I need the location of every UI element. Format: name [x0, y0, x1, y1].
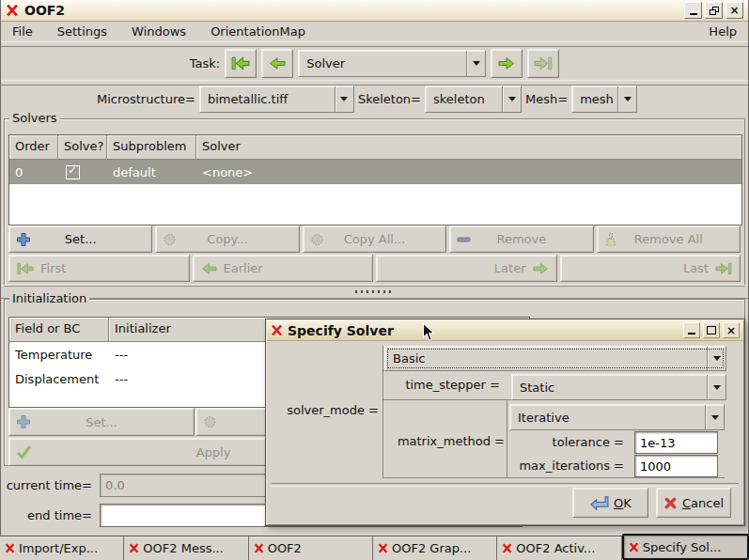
tolerance-field[interactable] — [634, 431, 718, 454]
dialog-close-button[interactable]: × — [723, 322, 740, 338]
copy-all-icon — [310, 232, 324, 246]
oof2-app-icon — [129, 543, 139, 553]
matrix-method-select[interactable]: Iterative — [509, 404, 725, 430]
skeleton-value: skeleton — [426, 92, 502, 106]
col-solve[interactable]: Solve? — [58, 135, 107, 160]
matrix-method-label: matrix_method = — [388, 434, 505, 448]
chevron-down-icon — [711, 415, 719, 420]
dialog-minimize-button[interactable] — [683, 322, 700, 338]
skeleton-dropdown — [502, 86, 521, 112]
first-label: First — [40, 261, 66, 275]
last-label: Last — [683, 261, 709, 275]
solver-mode-select[interactable]: Basic — [384, 346, 726, 371]
later-button[interactable]: Later — [376, 255, 557, 282]
remove-solver-button[interactable]: Remove — [449, 226, 593, 253]
init-set-label: Set... — [86, 415, 117, 429]
dialog-separator — [272, 483, 739, 487]
pane-handle-icon — [355, 290, 395, 293]
ok-button[interactable]: OK — [572, 488, 648, 518]
solver-mode-dropdown — [707, 347, 726, 370]
solver-mode-value: Basic — [385, 351, 707, 366]
init-set-button[interactable]: Set... — [8, 408, 195, 436]
menu-help[interactable]: Help — [709, 24, 737, 39]
last-button[interactable]: Last — [560, 255, 741, 282]
minimize-button[interactable] — [684, 2, 702, 19]
menu-windows[interactable]: Windows — [132, 24, 186, 39]
matrix-method-dropdown — [705, 405, 724, 429]
oof2-app-icon — [271, 324, 283, 336]
copy-all-button[interactable]: Copy All... — [303, 226, 446, 253]
solvers-frame: Solvers Order Solve? Subproblem Solver 0… — [4, 118, 745, 287]
oof2-app-icon — [378, 543, 388, 553]
task-first-button[interactable] — [225, 49, 257, 78]
back-arrow-icon — [269, 56, 286, 70]
taskbar-tab-specify-solver[interactable]: Specify Sol... — [622, 534, 749, 560]
pane-divider[interactable] — [1, 285, 748, 299]
end-time-label: end time= — [0, 508, 92, 522]
col-order[interactable]: Order — [9, 135, 58, 160]
task-label: Task: — [190, 56, 220, 70]
current-time-label: current time= — [0, 478, 92, 492]
copy-all-label: Copy All... — [344, 232, 406, 246]
restore-button[interactable] — [705, 2, 723, 19]
menu-orientationmap[interactable]: OrientationMap — [211, 24, 305, 39]
task-last-button[interactable] — [527, 49, 559, 78]
mesh-select[interactable]: mesh — [571, 86, 637, 113]
microstructure-select[interactable]: bimetallic.tiff — [199, 86, 354, 113]
apply-label: Apply — [196, 445, 231, 459]
time-stepper-dropdown — [707, 375, 726, 399]
taskbar-tab-import-export[interactable]: Import/Exp... — [0, 537, 124, 560]
taskbar-tab-activity[interactable]: OOF2 Activ... — [497, 537, 621, 560]
task-select-dropdown — [466, 51, 485, 76]
remove-solver-label: Remove — [497, 232, 547, 246]
minimize-icon — [690, 7, 697, 15]
close-button[interactable]: × — [726, 2, 743, 19]
window-title: OOF2 — [24, 3, 65, 18]
first-arrow-icon — [17, 262, 34, 275]
oof2-app-icon — [5, 543, 15, 553]
specify-solver-dialog: Specify Solver × solver_mode = Basic tim… — [265, 319, 745, 526]
max-iterations-field[interactable] — [634, 455, 718, 477]
minimize-icon — [688, 326, 695, 334]
cell-order: 0 — [9, 165, 58, 179]
cancel-button[interactable]: Cancel — [656, 488, 731, 518]
chevron-down-icon — [340, 97, 348, 101]
col-solver[interactable]: Solver — [196, 135, 741, 160]
window-titlebar: OOF2 × — [1, 0, 748, 22]
ok-label: OK — [614, 496, 632, 510]
table-row[interactable]: 0 default <none> — [9, 160, 741, 184]
cancel-x-icon — [663, 496, 678, 510]
first-button[interactable]: First — [8, 255, 190, 282]
field-name: Displacement — [9, 372, 109, 386]
skeleton-select[interactable]: skeleton — [425, 86, 522, 113]
menu-settings[interactable]: Settings — [57, 24, 107, 39]
task-back-button[interactable] — [261, 49, 293, 78]
later-label: Later — [494, 261, 526, 275]
set-solver-label: Set... — [65, 232, 97, 246]
solve-checkbox[interactable] — [66, 165, 80, 179]
last-arrow-icon — [534, 56, 553, 70]
taskbar-tab-graphics[interactable]: OOF2 Grap... — [373, 537, 497, 560]
dialog-maximize-button[interactable] — [703, 322, 720, 338]
copy-solver-button[interactable]: Copy... — [155, 226, 299, 253]
taskbar-tab-messages[interactable]: OOF2 Mess... — [124, 537, 248, 560]
check-icon — [16, 445, 32, 459]
col-subproblem[interactable]: Subproblem — [107, 135, 196, 160]
remove-all-button[interactable]: Remove All — [597, 226, 741, 253]
close-icon: × — [729, 5, 739, 16]
time-stepper-select[interactable]: Static — [511, 374, 726, 400]
dialog-titlebar: Specify Solver × — [267, 320, 743, 341]
chevron-down-icon — [713, 356, 721, 361]
restore-icon — [710, 7, 719, 15]
set-solver-button[interactable]: Set... — [8, 226, 152, 253]
taskbar-tab-oof2[interactable]: OOF2 — [249, 537, 373, 560]
window-taskbar: Import/Exp... OOF2 Mess... OOF2 OOF2 Gra… — [0, 536, 749, 560]
group-border — [382, 346, 383, 477]
task-forward-button[interactable] — [491, 49, 523, 78]
earlier-button[interactable]: Earlier — [193, 255, 374, 282]
menu-file[interactable]: File — [12, 24, 33, 39]
tab-label: Specify Sol... — [643, 540, 722, 554]
col-field-or-bc[interactable]: Field or BC — [9, 318, 109, 342]
solvers-button-row: Set... Copy... Copy All... Remove Remove… — [8, 226, 741, 253]
task-select[interactable]: Solver — [298, 50, 486, 77]
